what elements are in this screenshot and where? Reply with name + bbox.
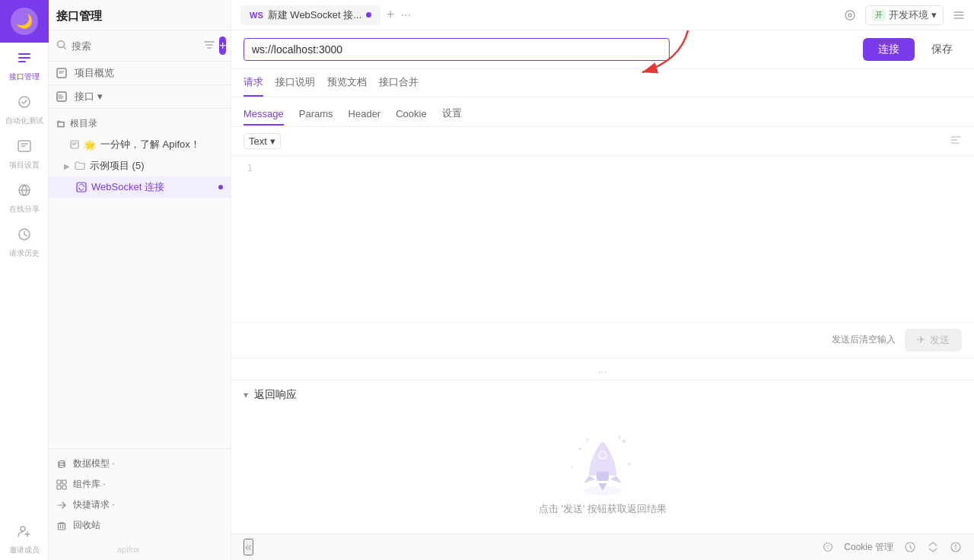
save-button[interactable]: 保存 (922, 38, 962, 61)
svg-point-22 (845, 11, 855, 20)
quick-request-link[interactable]: 快捷请求 · (56, 496, 223, 514)
topbar-actions: 开 开发环境 ▾ (844, 5, 965, 25)
current-tab[interactable]: WS 新建 WebSocket 接... (240, 5, 380, 25)
filter-button[interactable] (204, 40, 215, 52)
url-input[interactable] (244, 38, 670, 61)
sidebar-item-project-settings[interactable]: 项目设置 (0, 131, 48, 175)
send-toolbar: 发送后清空输入 ✈ 发送 (231, 322, 974, 358)
online-share-label: 在线分享 (9, 204, 40, 215)
project-settings-icon (17, 138, 32, 158)
svg-text:apifox: apifox (117, 545, 140, 554)
overview-label: 项目概览 (75, 66, 114, 80)
topbar: WS 新建 WebSocket 接... + ··· 开 开发环境 ▾ (231, 0, 974, 30)
list-item[interactable]: WebSocket 连接 (49, 177, 231, 198)
sidebar-item-automation[interactable]: 自动化测试 (0, 87, 48, 131)
code-editor-textarea[interactable] (259, 162, 974, 316)
text-toolbar: Text ▾ (231, 127, 974, 156)
cookie-manager-label[interactable]: Cookie 管理 (844, 541, 893, 554)
environment-selector[interactable]: 开 开发环境 ▾ (865, 5, 944, 25)
svg-rect-16 (57, 480, 61, 484)
automation-label: 自动化测试 (5, 116, 43, 126)
env-label: 开发环境 (889, 8, 928, 22)
new-tab-button[interactable]: + (387, 7, 395, 23)
sidebar-footer: 数据模型 · 组件库 · 快捷请求 · 回收站 (49, 448, 231, 540)
tab-settings[interactable]: 设置 (442, 102, 462, 126)
sidebar-nav-overview[interactable]: 项目概览 (49, 62, 231, 85)
subtab-request[interactable]: 请求 (244, 69, 263, 97)
svg-rect-2 (18, 61, 26, 62)
svg-point-39 (955, 549, 956, 550)
line-number-1: 1 (247, 162, 253, 173)
main-content: WS 新建 WebSocket 接... + ··· 开 开发环境 ▾ (231, 0, 974, 560)
recycle-bin-link[interactable]: 回收站 (56, 517, 223, 534)
tab-cookie[interactable]: Cookie (396, 103, 426, 126)
component-library-label: 组件库 · (73, 478, 106, 491)
invite-icon (17, 523, 32, 542)
svg-rect-19 (62, 485, 66, 489)
subtabs: 请求 接口说明 预览文档 接口合并 (231, 69, 974, 97)
menu-icon[interactable] (953, 9, 965, 21)
more-options-button[interactable]: ··· (401, 8, 411, 22)
text-type-selector[interactable]: Text ▾ (244, 133, 281, 149)
tab-header[interactable]: Header (349, 103, 381, 126)
star-icon: 🌟 (84, 139, 96, 151)
section-divider[interactable]: ... (231, 358, 974, 380)
folder-arrow-icon: ▶ (64, 162, 70, 170)
list-item[interactable]: 🌟 一分钟，了解 Apifox！ (49, 134, 231, 155)
list-item[interactable]: ▶ 示例项目 (5) (49, 155, 231, 177)
svg-rect-0 (18, 53, 30, 55)
bottom-icon-2[interactable] (927, 541, 939, 553)
collapse-response-button[interactable]: ▾ (244, 390, 248, 400)
tab-label: 新建 WebSocket 接... (268, 8, 361, 22)
cookie-icon (823, 542, 833, 552)
tree-root[interactable]: 根目录 (49, 113, 231, 134)
svg-point-28 (600, 453, 606, 458)
project-settings-label: 项目设置 (9, 160, 40, 170)
root-label: 根目录 (70, 117, 97, 130)
svg-point-23 (848, 14, 851, 17)
sidebar-tree: 根目录 🌟 一分钟，了解 Apifox！ ▶ 示例项目 (5) (49, 109, 231, 448)
sidebar-nav-api[interactable]: 接口 ▾ (49, 85, 231, 109)
send-icon: ✈ (917, 334, 925, 345)
send-label: 发送 (930, 333, 950, 347)
add-button[interactable]: + (219, 37, 226, 55)
tab-message[interactable]: Message (244, 103, 284, 126)
svg-point-31 (571, 467, 573, 469)
bottom-icon-1[interactable] (904, 541, 916, 553)
invite-label: 邀请成员 (9, 545, 40, 555)
component-library-link[interactable]: 组件库 · (56, 476, 223, 493)
svg-point-30 (622, 440, 625, 443)
sidebar-item-history[interactable]: 请求历史 (0, 219, 48, 263)
sidebar: 接口管理 + 项目概览 接口 ▾ (49, 0, 231, 560)
settings-icon[interactable] (844, 9, 856, 21)
connect-button[interactable]: 连接 (863, 38, 915, 61)
data-model-link[interactable]: 数据模型 · (56, 455, 223, 473)
svg-rect-1 (18, 57, 30, 59)
svg-point-32 (629, 463, 631, 466)
sidebar-item-online-share[interactable]: 在线分享 (0, 175, 48, 219)
search-input[interactable] (72, 40, 199, 52)
history-icon (17, 227, 32, 246)
apifox-brand: apifox (49, 540, 231, 560)
collapse-sidebar-button[interactable]: « (244, 539, 253, 555)
subtab-preview[interactable]: 预览文档 (327, 69, 367, 97)
bottom-icon-3[interactable] (950, 541, 962, 553)
bottom-bar: « Cookie 管理 (231, 533, 974, 560)
format-button[interactable] (950, 134, 962, 149)
env-caret-icon: ▾ (931, 9, 937, 21)
line-numbers: 1 (231, 162, 259, 316)
message-area: Message Params Header Cookie 设置 Text ▾ 1 (231, 97, 974, 533)
divider-dots-label: ... (598, 363, 607, 375)
tab-params[interactable]: Params (299, 103, 333, 126)
online-share-icon (17, 183, 32, 202)
subtab-api-doc[interactable]: 接口说明 (275, 69, 315, 97)
sidebar-item-invite[interactable]: 邀请成员 (9, 516, 40, 560)
svg-point-7 (21, 527, 25, 531)
quick-request-label: 快捷请求 · (73, 498, 115, 511)
sidebar-item-api-management[interactable]: 接口管理 (0, 43, 48, 87)
response-body: 点击 '发送' 按钮获取返回结果 (231, 409, 974, 534)
logo-icon: 🌙 (11, 8, 38, 35)
subtab-merge[interactable]: 接口合并 (379, 69, 419, 97)
tab-modified-indicator (366, 12, 371, 18)
send-button[interactable]: ✈ 发送 (905, 329, 962, 352)
